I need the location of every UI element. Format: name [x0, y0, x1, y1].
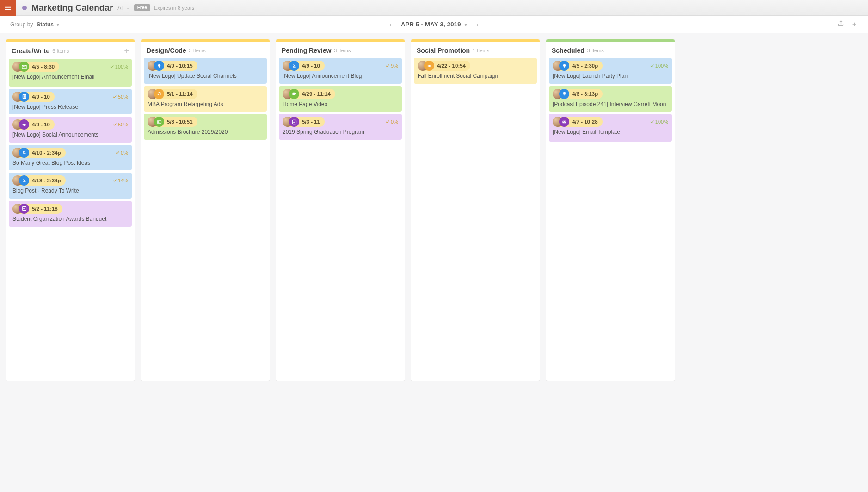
card-pill: 5/3 - 11 [283, 117, 325, 127]
calendar-color-dot [22, 6, 27, 10]
card-pill: 4/5 - 2:30p [553, 61, 603, 71]
card[interactable]: 4/29 - 11:14Home Page Video [279, 86, 402, 112]
groupby-value: Status [37, 21, 54, 28]
card-list: 4/22 - 10:54Fall Enrollment Social Campa… [411, 58, 540, 87]
card-title: Blog Post - Ready To Write [12, 187, 128, 195]
column-header: Create/Write6 Items+ [6, 42, 135, 59]
filter-bar: Group by Status ▾ ‹ APR 5 - MAY 3, 2019 … [0, 16, 868, 33]
column-count: 6 Items [52, 48, 69, 54]
card[interactable]: 4/9 - 10:15[New Logo] Update Social Chan… [144, 58, 267, 84]
add-card-button[interactable]: + [124, 47, 129, 55]
card-list: 4/9 - 10:15[New Logo] Update Social Chan… [141, 58, 270, 143]
plan-badge: Free [134, 4, 150, 11]
board-actions: ＋ [837, 20, 858, 29]
card-list: 4/5 - 2:30p100%[New Logo] Launch Party P… [546, 58, 675, 144]
card[interactable]: 4/9 - 109%[New Logo] Announcement Blog [279, 58, 402, 84]
share-icon [837, 20, 844, 27]
card[interactable]: 4/9 - 1050%[New Logo] Press Release [9, 89, 132, 115]
date-range-selector[interactable]: APR 5 - MAY 3, 2019 ▾ [401, 21, 467, 28]
card-pill: 4/7 - 10:28 [553, 117, 603, 127]
column-header: Scheduled3 Items [546, 42, 675, 58]
card-title: Admissions Brochure 2019/2020 [148, 129, 263, 136]
card-date: 4/29 - 11:14 [302, 91, 331, 97]
card-title: MBA Program Retargeting Ads [148, 101, 263, 108]
hamburger-menu[interactable] [0, 0, 16, 16]
card-meta: 4/18 - 2:34p14% [12, 175, 128, 186]
column-title: Design/Code [147, 47, 186, 54]
card-title: Home Page Video [283, 101, 398, 108]
card[interactable]: 4/6 - 3:13p[Podcast Episode 241] Intervi… [549, 86, 672, 112]
card-progress: 9% [385, 63, 398, 69]
card-date: 4/6 - 3:13p [572, 91, 598, 97]
refresh-icon [154, 89, 164, 99]
card-pill: 5/2 - 11:18 [12, 204, 62, 214]
card-title: [Podcast Episode 241] Interview Garrett … [553, 101, 668, 108]
kanban-board: Create/Write6 Items+4/5 - 8:30100%[New L… [0, 33, 868, 492]
card-title: Fall Enrollment Social Campaign [418, 73, 533, 80]
card-meta: 4/29 - 11:14 [283, 89, 398, 99]
card-title: [New Logo] Social Announcements [12, 131, 128, 139]
card-title: [New Logo] Announcement Blog [283, 73, 398, 80]
check-icon [19, 204, 29, 214]
column-header: Pending Review3 Items [276, 42, 405, 58]
card[interactable]: 5/1 - 11:14MBA Program Retargeting Ads [144, 86, 267, 112]
card-date: 4/9 - 10 [302, 63, 320, 69]
card-meta: 4/22 - 10:54 [418, 61, 533, 71]
card[interactable]: 4/18 - 2:34p14%Blog Post - Ready To Writ… [9, 173, 132, 199]
card-meta: 5/3 - 10:51 [148, 117, 263, 127]
card[interactable]: 4/9 - 1050%[New Logo] Social Announcemen… [9, 117, 132, 143]
bulb-icon [559, 89, 569, 99]
card-date: 4/10 - 2:34p [32, 150, 61, 156]
add-button[interactable]: ＋ [851, 20, 858, 29]
card-progress: 100% [650, 119, 668, 125]
date-range-text: APR 5 - MAY 3, 2019 [401, 21, 461, 28]
card-pill: 4/29 - 11:14 [283, 89, 335, 99]
date-next-button[interactable]: › [473, 19, 482, 30]
chevron-down-icon: ▾ [465, 23, 467, 27]
mail-icon [559, 117, 569, 127]
card-progress: 0% [115, 150, 128, 156]
card-pill: 4/9 - 10:15 [148, 61, 197, 71]
card[interactable]: 4/5 - 8:30100%[New Logo] Announcement Em… [9, 59, 132, 87]
card-meta: 5/3 - 110% [283, 117, 398, 127]
card-pill: 4/9 - 10 [283, 61, 325, 71]
kanban-column: Create/Write6 Items+4/5 - 8:30100%[New L… [6, 39, 135, 381]
card-meta: 4/6 - 3:13p [553, 89, 668, 99]
card[interactable]: 4/7 - 10:28100%[New Logo] Email Template [549, 114, 672, 142]
card-meta: 4/9 - 109% [283, 61, 398, 71]
card[interactable]: 5/3 - 10:51Admissions Brochure 2019/2020 [144, 114, 267, 140]
kanban-column: Social Promotion1 Items4/22 - 10:54Fall … [411, 39, 540, 381]
column-header: Social Promotion1 Items [411, 42, 540, 58]
card-progress: 100% [110, 64, 128, 69]
date-navigator: ‹ APR 5 - MAY 3, 2019 ▾ › [386, 19, 482, 30]
card-date: 4/5 - 2:30p [572, 63, 598, 69]
filter-scope[interactable]: All [117, 5, 123, 11]
rss-icon [19, 175, 29, 186]
video-icon [289, 89, 299, 99]
card-list: 4/9 - 109%[New Logo] Announcement Blog4/… [276, 58, 405, 143]
card-meta: 5/2 - 11:18 [12, 204, 128, 214]
chevron-down-icon: ▾ [57, 23, 59, 27]
date-prev-button[interactable]: ‹ [386, 19, 395, 30]
filter-scope-icon: ⌄ [126, 5, 129, 10]
card-pill: 4/9 - 10 [12, 119, 55, 130]
card-date: 4/9 - 10 [32, 122, 50, 127]
card-meta: 4/9 - 1050% [12, 119, 128, 130]
card-pill: 4/9 - 10 [12, 92, 55, 102]
groupby-selector[interactable]: Status ▾ [37, 21, 59, 28]
card[interactable]: 4/5 - 2:30p100%[New Logo] Launch Party P… [549, 58, 672, 84]
card-pill: 4/5 - 8:30 [12, 62, 59, 72]
card[interactable]: 4/10 - 2:34p0%So Many Great Blog Post Id… [9, 145, 132, 171]
card-title: [New Logo] Update Social Channels [148, 73, 263, 80]
card-pill: 5/3 - 10:51 [148, 117, 197, 127]
card[interactable]: 5/2 - 11:18Student Organization Awards B… [9, 201, 132, 227]
card[interactable]: 4/22 - 10:54Fall Enrollment Social Campa… [414, 58, 537, 84]
card-date: 5/3 - 11 [302, 119, 320, 125]
card-date: 5/2 - 11:18 [32, 206, 58, 212]
rss-icon [289, 61, 299, 71]
share-button[interactable] [837, 20, 844, 29]
kanban-column: Design/Code3 Items4/9 - 10:15[New Logo] … [141, 39, 270, 381]
card[interactable]: 5/3 - 110%2019 Spring Graduation Program [279, 114, 402, 140]
card-progress: 100% [650, 63, 668, 69]
card-meta: 4/10 - 2:34p0% [12, 148, 128, 158]
